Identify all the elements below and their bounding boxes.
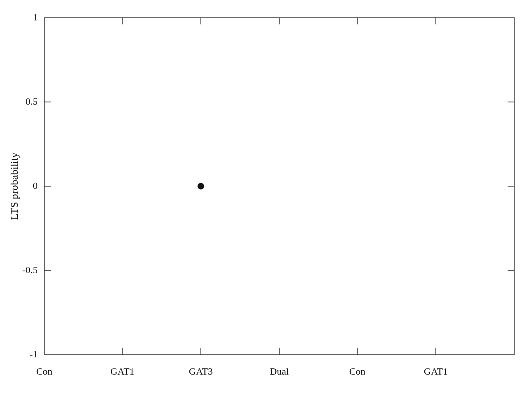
xlabel-gat1-2: GAT1	[424, 366, 448, 377]
plot-background	[44, 18, 514, 355]
ylabel-2: 0.5	[26, 96, 38, 107]
ylabel-1: 1	[33, 12, 38, 23]
data-point-gat3	[198, 183, 204, 189]
xlabel-con1: Con	[36, 366, 53, 377]
xlabel-con2: Con	[349, 366, 366, 377]
xlabel-dual: Dual	[270, 366, 289, 377]
xlabel-gat1-1: GAT1	[110, 366, 134, 377]
ylabel-4: -0.5	[22, 264, 38, 275]
ylabel-5: -1	[30, 348, 38, 360]
xlabel-gat3: GAT3	[189, 366, 213, 377]
chart-container: 1 0.5 0 -0.5 -1 Con GAT1 GAT3 Dual Con G…	[0, 0, 532, 399]
ylabel-3: 0	[33, 180, 38, 191]
yaxis-label: LTS probability	[8, 153, 20, 220]
chart-svg: 1 0.5 0 -0.5 -1 Con GAT1 GAT3 Dual Con G…	[0, 0, 532, 399]
